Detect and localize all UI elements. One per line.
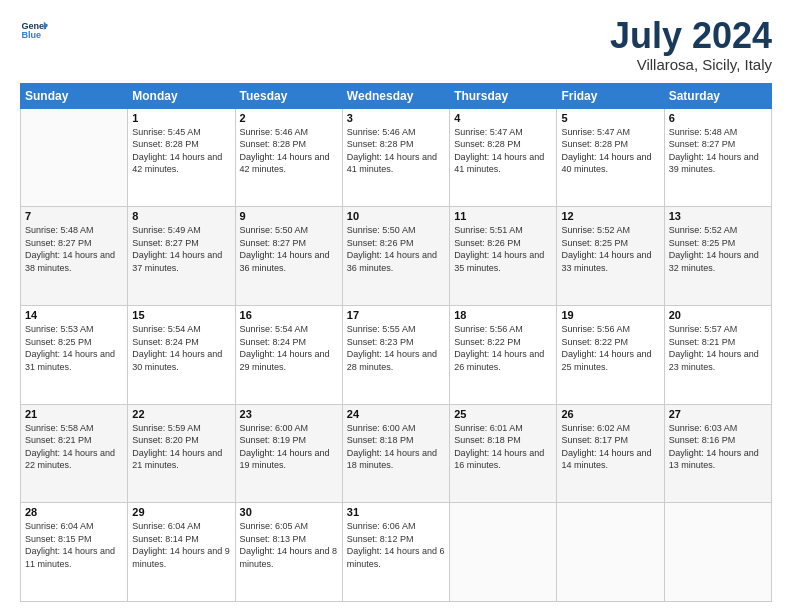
table-row: 21Sunrise: 5:58 AMSunset: 8:21 PMDayligh… [21,404,128,503]
table-row: 1Sunrise: 5:45 AMSunset: 8:28 PMDaylight… [128,108,235,207]
table-row: 11Sunrise: 5:51 AMSunset: 8:26 PMDayligh… [450,207,557,306]
table-row: 20Sunrise: 5:57 AMSunset: 8:21 PMDayligh… [664,305,771,404]
table-row: 17Sunrise: 5:55 AMSunset: 8:23 PMDayligh… [342,305,449,404]
table-row: 18Sunrise: 5:56 AMSunset: 8:22 PMDayligh… [450,305,557,404]
table-row: 26Sunrise: 6:02 AMSunset: 8:17 PMDayligh… [557,404,664,503]
day-info: Sunrise: 5:59 AMSunset: 8:20 PMDaylight:… [132,422,230,472]
day-info: Sunrise: 5:50 AMSunset: 8:27 PMDaylight:… [240,224,338,274]
day-number: 14 [25,309,123,321]
day-number: 25 [454,408,552,420]
day-info: Sunrise: 5:53 AMSunset: 8:25 PMDaylight:… [25,323,123,373]
col-tuesday: Tuesday [235,83,342,108]
day-number: 12 [561,210,659,222]
day-info: Sunrise: 6:01 AMSunset: 8:18 PMDaylight:… [454,422,552,472]
table-row: 24Sunrise: 6:00 AMSunset: 8:18 PMDayligh… [342,404,449,503]
day-number: 27 [669,408,767,420]
calendar-week-row: 28Sunrise: 6:04 AMSunset: 8:15 PMDayligh… [21,503,772,602]
day-info: Sunrise: 5:46 AMSunset: 8:28 PMDaylight:… [347,126,445,176]
table-row: 31Sunrise: 6:06 AMSunset: 8:12 PMDayligh… [342,503,449,602]
day-info: Sunrise: 5:52 AMSunset: 8:25 PMDaylight:… [561,224,659,274]
col-thursday: Thursday [450,83,557,108]
svg-text:Blue: Blue [21,30,41,40]
day-number: 1 [132,112,230,124]
table-row: 12Sunrise: 5:52 AMSunset: 8:25 PMDayligh… [557,207,664,306]
day-number: 30 [240,506,338,518]
day-number: 29 [132,506,230,518]
day-number: 7 [25,210,123,222]
table-row: 13Sunrise: 5:52 AMSunset: 8:25 PMDayligh… [664,207,771,306]
day-info: Sunrise: 5:55 AMSunset: 8:23 PMDaylight:… [347,323,445,373]
col-monday: Monday [128,83,235,108]
day-number: 15 [132,309,230,321]
header: General Blue July 2024 Villarosa, Sicily… [20,16,772,73]
table-row: 4Sunrise: 5:47 AMSunset: 8:28 PMDaylight… [450,108,557,207]
day-info: Sunrise: 6:05 AMSunset: 8:13 PMDaylight:… [240,520,338,570]
day-number: 3 [347,112,445,124]
month-title: July 2024 [610,16,772,56]
day-info: Sunrise: 6:04 AMSunset: 8:15 PMDaylight:… [25,520,123,570]
day-info: Sunrise: 5:50 AMSunset: 8:26 PMDaylight:… [347,224,445,274]
calendar-week-row: 14Sunrise: 5:53 AMSunset: 8:25 PMDayligh… [21,305,772,404]
table-row: 19Sunrise: 5:56 AMSunset: 8:22 PMDayligh… [557,305,664,404]
table-row: 2Sunrise: 5:46 AMSunset: 8:28 PMDaylight… [235,108,342,207]
calendar-table: Sunday Monday Tuesday Wednesday Thursday… [20,83,772,602]
table-row: 5Sunrise: 5:47 AMSunset: 8:28 PMDaylight… [557,108,664,207]
day-info: Sunrise: 5:48 AMSunset: 8:27 PMDaylight:… [25,224,123,274]
day-number: 4 [454,112,552,124]
table-row: 27Sunrise: 6:03 AMSunset: 8:16 PMDayligh… [664,404,771,503]
table-row: 7Sunrise: 5:48 AMSunset: 8:27 PMDaylight… [21,207,128,306]
col-wednesday: Wednesday [342,83,449,108]
day-info: Sunrise: 5:56 AMSunset: 8:22 PMDaylight:… [561,323,659,373]
day-info: Sunrise: 5:47 AMSunset: 8:28 PMDaylight:… [561,126,659,176]
day-info: Sunrise: 6:00 AMSunset: 8:19 PMDaylight:… [240,422,338,472]
calendar-week-row: 7Sunrise: 5:48 AMSunset: 8:27 PMDaylight… [21,207,772,306]
col-saturday: Saturday [664,83,771,108]
table-row: 9Sunrise: 5:50 AMSunset: 8:27 PMDaylight… [235,207,342,306]
day-info: Sunrise: 5:47 AMSunset: 8:28 PMDaylight:… [454,126,552,176]
day-info: Sunrise: 5:45 AMSunset: 8:28 PMDaylight:… [132,126,230,176]
day-info: Sunrise: 5:58 AMSunset: 8:21 PMDaylight:… [25,422,123,472]
table-row [450,503,557,602]
day-number: 26 [561,408,659,420]
day-number: 28 [25,506,123,518]
day-info: Sunrise: 5:48 AMSunset: 8:27 PMDaylight:… [669,126,767,176]
table-row: 23Sunrise: 6:00 AMSunset: 8:19 PMDayligh… [235,404,342,503]
day-number: 23 [240,408,338,420]
day-number: 22 [132,408,230,420]
day-number: 8 [132,210,230,222]
day-number: 5 [561,112,659,124]
col-sunday: Sunday [21,83,128,108]
title-block: July 2024 Villarosa, Sicily, Italy [610,16,772,73]
day-info: Sunrise: 6:00 AMSunset: 8:18 PMDaylight:… [347,422,445,472]
day-info: Sunrise: 6:02 AMSunset: 8:17 PMDaylight:… [561,422,659,472]
day-info: Sunrise: 6:03 AMSunset: 8:16 PMDaylight:… [669,422,767,472]
day-number: 20 [669,309,767,321]
calendar-header-row: Sunday Monday Tuesday Wednesday Thursday… [21,83,772,108]
table-row: 22Sunrise: 5:59 AMSunset: 8:20 PMDayligh… [128,404,235,503]
table-row: 25Sunrise: 6:01 AMSunset: 8:18 PMDayligh… [450,404,557,503]
day-info: Sunrise: 6:04 AMSunset: 8:14 PMDaylight:… [132,520,230,570]
day-number: 19 [561,309,659,321]
day-info: Sunrise: 5:57 AMSunset: 8:21 PMDaylight:… [669,323,767,373]
day-number: 17 [347,309,445,321]
day-number: 31 [347,506,445,518]
day-number: 24 [347,408,445,420]
day-info: Sunrise: 5:51 AMSunset: 8:26 PMDaylight:… [454,224,552,274]
table-row: 3Sunrise: 5:46 AMSunset: 8:28 PMDaylight… [342,108,449,207]
page: General Blue July 2024 Villarosa, Sicily… [0,0,792,612]
table-row [21,108,128,207]
day-number: 9 [240,210,338,222]
location: Villarosa, Sicily, Italy [610,56,772,73]
table-row [664,503,771,602]
day-number: 11 [454,210,552,222]
table-row: 30Sunrise: 6:05 AMSunset: 8:13 PMDayligh… [235,503,342,602]
day-info: Sunrise: 5:49 AMSunset: 8:27 PMDaylight:… [132,224,230,274]
day-number: 16 [240,309,338,321]
calendar-week-row: 1Sunrise: 5:45 AMSunset: 8:28 PMDaylight… [21,108,772,207]
table-row: 28Sunrise: 6:04 AMSunset: 8:15 PMDayligh… [21,503,128,602]
day-number: 13 [669,210,767,222]
table-row: 14Sunrise: 5:53 AMSunset: 8:25 PMDayligh… [21,305,128,404]
table-row [557,503,664,602]
logo-icon: General Blue [20,16,48,44]
day-number: 18 [454,309,552,321]
